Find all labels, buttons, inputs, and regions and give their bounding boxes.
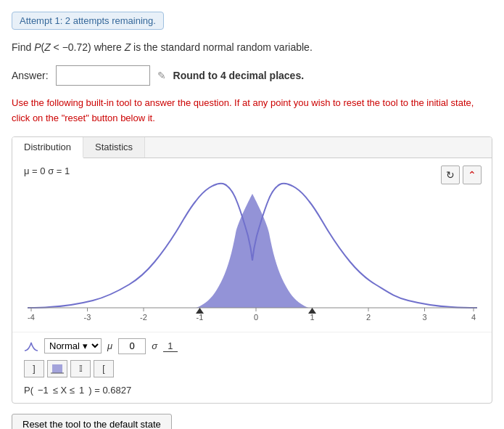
tab-distribution[interactable]: Distribution — [12, 137, 83, 158]
mu-sigma-label: μ = 0 σ = 1 — [24, 166, 480, 176]
answer-row: Answer: ✎ Round to 4 decimal places. — [12, 65, 492, 86]
sigma-param-label: σ — [152, 340, 157, 351]
interval-btn-middle[interactable] — [47, 360, 67, 377]
prob-upper: 1 — [79, 385, 84, 396]
question-text: Find P(Z < −0.72) where Z is the standar… — [12, 40, 492, 55]
round-instruction: Round to 4 decimal places. — [173, 70, 305, 81]
answer-input[interactable] — [56, 65, 150, 86]
answer-label: Answer: — [12, 70, 49, 81]
svg-text:2: 2 — [365, 313, 370, 322]
tool-container: Distribution Statistics μ = 0 σ = 1 ↻ ⌃ … — [12, 136, 492, 404]
svg-text:0: 0 — [253, 313, 257, 322]
svg-text:-1: -1 — [196, 313, 203, 322]
interval-btn-left[interactable]: ] — [24, 360, 44, 377]
mu-param-input[interactable] — [118, 338, 146, 354]
svg-text:4: 4 — [471, 313, 475, 322]
svg-rect-21 — [52, 364, 62, 373]
interval-btn-right[interactable]: 𝕀 — [70, 360, 91, 377]
chart-area: μ = 0 σ = 1 ↻ ⌃ -4 -3 -2 — [12, 158, 492, 332]
reset-icon-btn[interactable]: ↻ — [441, 166, 460, 184]
distribution-chart: -4 -3 -2 -1 0 1 2 3 4 — [28, 181, 477, 326]
prob-middle: ≤ X ≤ — [53, 385, 75, 396]
tab-statistics[interactable]: Statistics — [83, 137, 145, 158]
attempt-badge: Attempt 1: 2 attempts remaining. — [12, 12, 164, 30]
distribution-select[interactable]: Normal ▾ — [44, 338, 102, 354]
pencil-icon: ✎ — [157, 70, 166, 81]
svg-text:3: 3 — [422, 313, 426, 322]
svg-text:-3: -3 — [83, 313, 91, 322]
svg-text:-4: -4 — [28, 313, 35, 322]
svg-text:1: 1 — [310, 313, 314, 322]
sigma-param-value: 1 — [163, 340, 178, 352]
svg-marker-19 — [196, 308, 204, 314]
mu-param-label: μ — [107, 340, 112, 351]
triangle-icon-btn[interactable]: ⌃ — [463, 166, 482, 184]
interval-btn-far-right[interactable]: [ — [94, 360, 114, 377]
reset-button[interactable]: Reset the tool to the default state — [12, 414, 172, 429]
svg-text:-2: -2 — [140, 313, 147, 322]
prob-row: P( −1 ≤ X ≤ 1 ) = 0.6827 — [12, 382, 492, 403]
prob-left-paren: P( — [24, 385, 33, 396]
tool-tabs: Distribution Statistics — [12, 137, 492, 158]
curve-icon — [24, 341, 38, 351]
instruction-text: Use the following built-in tool to answe… — [12, 96, 492, 126]
prob-lower: −1 — [38, 385, 49, 396]
prob-right: ) = 0.6827 — [88, 385, 131, 396]
reset-button-container: Reset the tool to the default state — [12, 414, 492, 429]
controls-row: Normal ▾ μ σ 1 — [12, 332, 492, 357]
interval-buttons: ] 𝕀 [ — [12, 357, 492, 382]
svg-marker-20 — [308, 308, 316, 314]
chart-icons: ↻ ⌃ — [441, 166, 482, 184]
